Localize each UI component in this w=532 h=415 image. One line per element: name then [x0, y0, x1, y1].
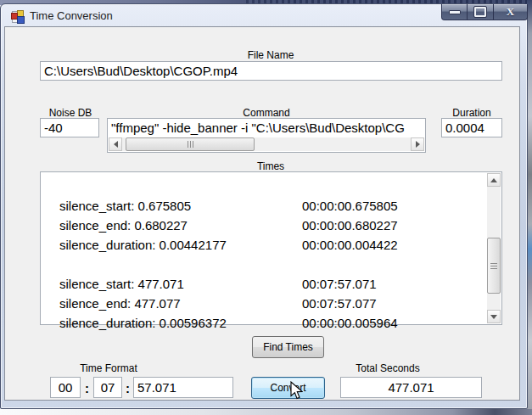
find-times-button[interactable]: Find Times — [252, 336, 324, 358]
scroll-down-button[interactable] — [487, 310, 501, 323]
scroll-up-button[interactable] — [487, 173, 501, 187]
time-format-label: Time Format — [80, 362, 137, 374]
times-vscrollbar[interactable] — [487, 173, 501, 323]
screen: Time Conversion X File Name Noise DB Com… — [0, 0, 532, 415]
convert-button[interactable]: Convert — [251, 377, 325, 399]
titlebar[interactable]: Time Conversion X — [1, 4, 527, 26]
vscroll-grip-icon — [490, 263, 497, 269]
scroll-left-icon — [114, 141, 118, 148]
times-line: silence_duration: 0.00596372 00:00:00.00… — [59, 313, 483, 333]
close-icon: X — [507, 5, 514, 19]
scroll-up-icon — [490, 178, 497, 182]
minimize-icon — [449, 10, 461, 14]
close-button[interactable]: X — [494, 4, 528, 20]
file-name-input[interactable] — [40, 61, 502, 81]
window-title: Time Conversion — [30, 9, 113, 22]
times-line: silence_end: 0.680227 00:00:00.680227 — [59, 216, 483, 235]
noise-db-input[interactable] — [40, 118, 99, 137]
time-separator: : — [126, 381, 130, 395]
times-content: silence_start: 0.675805 00:00:00.675805 … — [59, 177, 483, 333]
command-hscrollbar[interactable] — [109, 137, 424, 151]
vscroll-thumb[interactable] — [487, 238, 501, 294]
app-window: Time Conversion X File Name Noise DB Com… — [0, 3, 528, 409]
time-hours-input[interactable] — [50, 377, 81, 398]
times-line: silence_duration: 0.00442177 00:00:00.00… — [59, 235, 483, 255]
total-seconds-input[interactable] — [340, 377, 482, 398]
times-line: silence_start: 477.071 00:07:57.071 — [59, 274, 483, 294]
scroll-right-button[interactable] — [411, 137, 424, 151]
scroll-right-icon — [416, 141, 420, 148]
times-label: Times — [257, 160, 284, 172]
times-line — [59, 177, 483, 196]
duration-input[interactable] — [441, 118, 502, 137]
client-area: File Name Noise DB Command "ffmpeg" -hid… — [4, 26, 520, 401]
scroll-down-icon — [490, 315, 497, 319]
times-line: silence_start: 0.675805 00:00:00.675805 — [59, 196, 483, 216]
times-line: silence_end: 477.077 00:07:57.077 — [59, 294, 483, 313]
command-input[interactable]: "ffmpeg" -hide_banner -i "C:\Users\Bud\D… — [107, 118, 426, 153]
time-separator: : — [85, 381, 89, 395]
file-name-label: File Name — [248, 49, 294, 61]
time-seconds-input[interactable] — [133, 377, 233, 398]
scroll-left-button[interactable] — [109, 137, 122, 151]
noise-db-label: Noise DB — [49, 107, 92, 119]
total-seconds-label: Total Seconds — [356, 362, 419, 374]
maximize-icon — [474, 7, 486, 17]
caption-buttons: X — [441, 4, 528, 20]
command-label: Command — [243, 107, 289, 119]
minimize-button[interactable] — [441, 4, 468, 20]
hscroll-thumb[interactable] — [126, 137, 255, 151]
background-taskbar-edge — [0, 409, 532, 415]
hscroll-grip-icon — [188, 141, 193, 148]
times-line — [59, 255, 483, 274]
duration-label: Duration — [452, 107, 490, 119]
maximize-button[interactable] — [468, 4, 494, 20]
app-icon — [10, 9, 24, 23]
time-minutes-input[interactable] — [93, 377, 122, 398]
times-textbox[interactable]: silence_start: 0.675805 00:00:00.675805 … — [40, 171, 502, 325]
